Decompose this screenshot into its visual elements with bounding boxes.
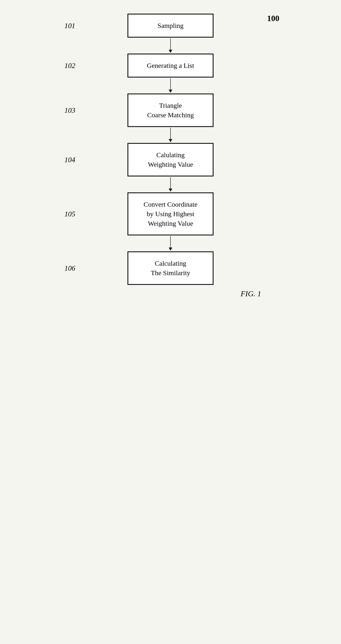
step-102-label: 102 bbox=[57, 62, 75, 70]
arrow-shape-3 bbox=[169, 128, 172, 142]
step-106-box: Calculating The Similarity bbox=[127, 251, 214, 285]
step-101-label: 101 bbox=[57, 22, 75, 30]
step-103-box: Triangle Coarse Matching bbox=[127, 94, 214, 127]
step-101: 101 Sampling bbox=[80, 14, 261, 38]
fig-label: FIG. 1 bbox=[241, 290, 261, 298]
arrow-line-4 bbox=[170, 177, 171, 188]
step-101-box: Sampling bbox=[127, 14, 214, 38]
step-102-box: Generating a List bbox=[127, 54, 214, 78]
step-104: 104 Calulating Weighting Value bbox=[80, 143, 261, 176]
step-106-label: 106 bbox=[57, 264, 75, 272]
figure-number-top: 100 bbox=[267, 14, 279, 23]
arrow-2 bbox=[80, 78, 261, 94]
arrow-1 bbox=[80, 38, 261, 54]
arrow-line-3 bbox=[170, 128, 171, 139]
arrow-3 bbox=[80, 127, 261, 143]
step-105-label: 105 bbox=[57, 210, 75, 218]
arrow-4 bbox=[80, 176, 261, 192]
step-105: 105 Convert Coordinate by Using Highest … bbox=[80, 192, 261, 236]
arrow-head-5 bbox=[169, 248, 172, 251]
step-104-box: Calulating Weighting Value bbox=[127, 143, 214, 176]
arrow-head-3 bbox=[169, 139, 172, 142]
arrow-shape-5 bbox=[169, 236, 172, 251]
arrow-line-5 bbox=[170, 236, 171, 248]
step-106: 106 Calculating The Similarity bbox=[80, 251, 261, 285]
arrow-head-2 bbox=[169, 90, 172, 93]
arrow-shape-2 bbox=[169, 78, 172, 93]
fig-label-row: FIG. 1 bbox=[80, 290, 261, 298]
step-103: 103 Triangle Coarse Matching bbox=[80, 94, 261, 127]
step-105-box: Convert Coordinate by Using Highest Weig… bbox=[127, 192, 214, 236]
diagram-container: 100 101 Sampling 102 Generating a List 1… bbox=[80, 14, 261, 298]
arrow-head-1 bbox=[169, 50, 172, 53]
arrow-head-4 bbox=[169, 188, 172, 192]
step-104-label: 104 bbox=[57, 156, 75, 164]
step-103-label: 103 bbox=[57, 106, 75, 114]
arrow-shape-4 bbox=[169, 177, 172, 192]
step-102: 102 Generating a List bbox=[80, 54, 261, 78]
arrow-line-1 bbox=[170, 38, 171, 50]
arrow-line-2 bbox=[170, 78, 171, 90]
arrow-5 bbox=[80, 236, 261, 251]
arrow-shape-1 bbox=[169, 38, 172, 53]
